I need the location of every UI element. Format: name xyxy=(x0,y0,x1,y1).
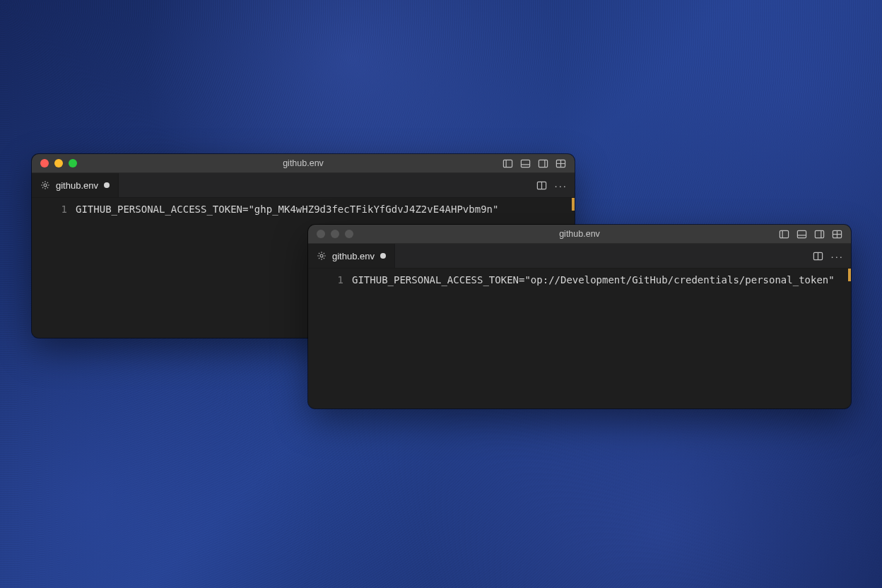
titlebar-icons xyxy=(779,229,851,240)
panel-right-icon[interactable] xyxy=(538,158,548,169)
more-icon[interactable]: ··· xyxy=(554,180,568,191)
titlebar[interactable]: github.env xyxy=(308,225,851,244)
zoom-icon[interactable] xyxy=(345,230,353,238)
layout-icon[interactable] xyxy=(555,158,566,169)
split-editor-icon[interactable] xyxy=(536,180,547,191)
traffic-lights xyxy=(308,230,353,238)
editor-area[interactable]: 1 GITHUB_PERSONAL_ACCESS_TOKEN="op://Dev… xyxy=(308,269,851,408)
window-title: github.env xyxy=(32,158,575,168)
split-editor-icon[interactable] xyxy=(813,251,823,261)
svg-rect-14 xyxy=(797,230,806,237)
modified-indicator-icon xyxy=(380,253,386,259)
panel-bottom-icon[interactable] xyxy=(796,229,807,240)
traffic-lights xyxy=(32,159,77,167)
minimize-icon[interactable] xyxy=(54,159,63,167)
gear-icon xyxy=(40,180,50,190)
zoom-icon[interactable] xyxy=(69,159,77,167)
tab-filename: github.env xyxy=(332,251,375,261)
layout-icon[interactable] xyxy=(832,229,842,240)
more-icon[interactable]: ··· xyxy=(830,251,844,261)
svg-rect-12 xyxy=(780,230,788,237)
panel-bottom-icon[interactable] xyxy=(520,158,531,169)
line-gutter: 1 xyxy=(32,198,76,338)
titlebar[interactable]: github.env xyxy=(32,154,575,173)
svg-point-9 xyxy=(44,184,47,187)
line-number: 1 xyxy=(32,202,67,216)
minimize-icon[interactable] xyxy=(331,230,339,238)
svg-rect-16 xyxy=(815,230,823,237)
tab-github-env[interactable]: github.env xyxy=(308,244,395,268)
panel-right-icon[interactable] xyxy=(814,229,825,240)
tab-bar: github.env ··· xyxy=(32,173,575,198)
gear-icon xyxy=(317,251,327,261)
tab-bar: github.env ··· xyxy=(308,244,851,269)
svg-point-21 xyxy=(320,254,323,257)
editor-window-2: github.env github.env xyxy=(308,225,851,408)
panel-left-icon[interactable] xyxy=(502,158,513,169)
tab-github-env[interactable]: github.env xyxy=(32,173,119,197)
scroll-marker-icon xyxy=(572,198,575,211)
close-icon[interactable] xyxy=(317,230,325,238)
tab-filename: github.env xyxy=(56,180,98,191)
svg-rect-4 xyxy=(539,160,547,167)
close-icon[interactable] xyxy=(40,159,49,167)
tab-actions: ··· xyxy=(536,173,575,197)
window-title: github.env xyxy=(308,229,851,239)
titlebar-icons xyxy=(502,158,575,169)
scroll-marker-icon xyxy=(848,269,851,281)
tab-actions: ··· xyxy=(813,244,851,268)
line-gutter: 1 xyxy=(308,269,352,408)
panel-left-icon[interactable] xyxy=(779,229,789,240)
code-line-1[interactable]: GITHUB_PERSONAL_ACCESS_TOKEN="op://Devel… xyxy=(352,269,851,408)
svg-rect-0 xyxy=(503,160,512,167)
svg-rect-2 xyxy=(521,160,529,167)
line-number: 1 xyxy=(308,273,343,287)
modified-indicator-icon xyxy=(104,182,110,188)
